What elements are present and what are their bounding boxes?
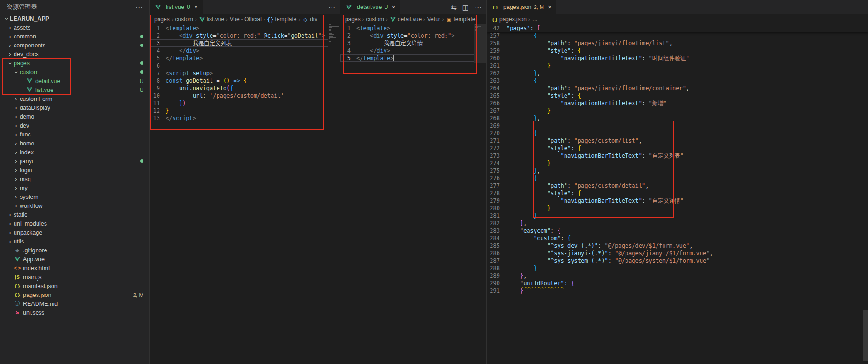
- code-line[interactable]: 9 uni.navigateTo({: [150, 84, 340, 92]
- split-editor-icon[interactable]: ◫: [462, 4, 469, 11]
- code-line[interactable]: 262 },: [487, 69, 868, 77]
- open-changes-icon[interactable]: ⇆: [451, 4, 457, 11]
- code-line[interactable]: 266 "navigationBarTitleText": "新增": [487, 99, 868, 107]
- tree-item-components[interactable]: ›components: [0, 41, 149, 50]
- code-line[interactable]: 42"pages": [: [487, 24, 868, 32]
- code-line[interactable]: 259 "style": {: [487, 47, 868, 54]
- code-line[interactable]: 291 }: [487, 287, 868, 295]
- tree-item-demo[interactable]: ›demo: [0, 112, 149, 121]
- breadcrumb-item-pages[interactable]: pages: [345, 16, 361, 23]
- breadcrumb-item-custom[interactable]: custom: [175, 16, 193, 23]
- tree-item-list.vue[interactable]: ›list.vueU: [0, 85, 149, 94]
- code-line[interactable]: 275 },: [487, 167, 868, 174]
- tree-item-func[interactable]: ›func: [0, 130, 149, 139]
- breadcrumb-item-custom[interactable]: custom: [366, 16, 384, 23]
- code-line[interactable]: 12}: [150, 107, 340, 114]
- breadcrumb-item-template[interactable]: ▣template: [445, 15, 475, 23]
- close-icon[interactable]: ×: [548, 4, 551, 10]
- tree-item-custom[interactable]: ›custom: [0, 68, 149, 76]
- code-line[interactable]: 261 }: [487, 62, 868, 69]
- code-line[interactable]: 289 },: [487, 272, 868, 280]
- tree-item-common[interactable]: ›common: [0, 32, 149, 41]
- tree-item-dev[interactable]: ›dev: [0, 121, 149, 130]
- code-line[interactable]: 274 }: [487, 159, 868, 167]
- code-editor-pages-json[interactable]: 42"pages": [ 257 {258 "path": "pages/jia…: [487, 24, 868, 364]
- code-line[interactable]: 286 "^sys-jianyi-(.*)": "@/pages/jianyi/…: [487, 250, 868, 257]
- code-line[interactable]: 272 "style": {: [487, 144, 868, 152]
- code-line[interactable]: 6: [150, 62, 340, 69]
- code-line[interactable]: 5</template>: [340, 54, 486, 62]
- code-line[interactable]: 8const goDetail = () => {: [150, 77, 340, 84]
- tree-item-jianyi[interactable]: ›jianyi: [0, 157, 149, 166]
- code-line[interactable]: 284 "custom": {: [487, 235, 868, 242]
- breadcrumb-item-list.vue[interactable]: list.vue: [199, 15, 224, 23]
- code-line[interactable]: 3 我是自定义列表: [150, 39, 340, 47]
- tree-item-unpackage[interactable]: ›unpackage: [0, 228, 149, 237]
- tree-item-App.vue[interactable]: ›App.vue: [0, 255, 149, 264]
- breadcrumb-item-div[interactable]: ◇div: [302, 15, 317, 23]
- breadcrumb-item-pages[interactable]: pages: [154, 16, 170, 23]
- tree-item-README.md[interactable]: ›ⓘREADME.md: [0, 299, 149, 308]
- tree-item-my[interactable]: ›my: [0, 183, 149, 192]
- code-line[interactable]: 4 </div>: [150, 47, 340, 54]
- tree-item-.gitignore[interactable]: ›◆.gitignore: [0, 246, 149, 255]
- close-icon[interactable]: ×: [392, 4, 395, 10]
- code-line[interactable]: 10 url: '/pages/custom/detail': [150, 92, 340, 99]
- more-actions-icon[interactable]: ⋯: [475, 4, 482, 11]
- tree-item-uni_modules[interactable]: ›uni_modules: [0, 219, 149, 228]
- tree-item-customForm[interactable]: ›customForm: [0, 94, 149, 103]
- tree-root-learun-app[interactable]: › LEARUN_APP: [0, 14, 149, 23]
- tree-item-login[interactable]: ›login: [0, 166, 149, 174]
- more-actions-icon[interactable]: ⋯: [136, 4, 143, 11]
- tree-item-detail.vue[interactable]: ›detail.vueU: [0, 76, 149, 85]
- breadcrumb-item-Vetur[interactable]: Vetur: [427, 16, 440, 23]
- code-line[interactable]: 276 {: [487, 174, 868, 182]
- breadcrumb-item-[interactable]: …: [532, 16, 538, 23]
- more-actions-icon[interactable]: ⋯: [328, 4, 335, 11]
- tree-item-pages[interactable]: ›pages: [0, 59, 149, 68]
- tree-item-assets[interactable]: ›assets: [0, 23, 149, 32]
- code-line[interactable]: 279 "navigationBarTitleText": "自定义详情": [487, 197, 868, 205]
- tree-item-home[interactable]: ›home: [0, 139, 149, 148]
- code-line[interactable]: 1<template>: [150, 24, 340, 32]
- breadcrumb-item-Vue-Official[interactable]: Vue - Official: [230, 16, 262, 23]
- code-line[interactable]: 277 "path": "pages/custom/detail",: [487, 182, 868, 190]
- code-line[interactable]: 258 "path": "pages/jianyi/flowTime/list"…: [487, 39, 868, 47]
- tree-item-dev_docs[interactable]: ›dev_docs: [0, 50, 149, 59]
- tree-item-utils[interactable]: ›utils: [0, 237, 149, 246]
- code-line[interactable]: 287 "^sys-system-(.*)": "@/pages/system/…: [487, 257, 868, 265]
- code-line[interactable]: 2 <div style="color: red;" @click="goDet…: [150, 32, 340, 39]
- code-line[interactable]: 281 }: [487, 212, 868, 220]
- code-line[interactable]: 257 {: [487, 32, 868, 39]
- code-editor-list-vue[interactable]: 1<template>2 <div style="color: red;" @c…: [150, 24, 340, 364]
- code-line[interactable]: 288 }: [487, 265, 868, 272]
- tree-item-workflow[interactable]: ›workflow: [0, 201, 149, 210]
- code-line[interactable]: 267 }: [487, 107, 868, 114]
- tree-item-index.html[interactable]: ›<>index.html: [0, 264, 149, 273]
- tab-pages-json[interactable]: {}pages.json 2, M ×: [487, 0, 557, 14]
- tree-item-pages.json[interactable]: ›{}pages.json2, M: [0, 290, 149, 299]
- minimap[interactable]: [328, 24, 340, 364]
- code-line[interactable]: 264 "path": "pages/jianyi/flowTime/conta…: [487, 84, 868, 92]
- code-line[interactable]: 290 "uniIdRouter": {: [487, 280, 868, 287]
- tree-item-index[interactable]: ›index: [0, 148, 149, 157]
- code-line[interactable]: 263 {: [487, 77, 868, 84]
- code-line[interactable]: 1<template>: [340, 24, 486, 32]
- tree-item-main.js[interactable]: ›JSmain.js: [0, 273, 149, 281]
- tab-list-vue[interactable]: list.vue U ×: [150, 0, 203, 14]
- minimap[interactable]: [474, 24, 486, 364]
- code-line[interactable]: 280 }: [487, 205, 868, 212]
- code-line[interactable]: 268 },: [487, 114, 868, 122]
- tree-item-system[interactable]: ›system: [0, 192, 149, 201]
- tab-detail-vue[interactable]: detail.vue U ×: [340, 0, 401, 14]
- code-line[interactable]: 4 </div>: [340, 47, 486, 54]
- code-line[interactable]: 3 我是自定义详情: [340, 39, 486, 47]
- scrollbar-thumb[interactable]: [863, 310, 868, 361]
- code-line[interactable]: 270 {: [487, 129, 868, 137]
- close-icon[interactable]: ×: [194, 4, 198, 10]
- code-line[interactable]: 260 "navigationBarTitleText": "时间组件验证": [487, 54, 868, 62]
- tree-item-msg[interactable]: ›msg: [0, 174, 149, 183]
- tree-item-dataDisplay[interactable]: ›dataDisplay: [0, 103, 149, 112]
- code-line[interactable]: 7<script setup>: [150, 69, 340, 77]
- code-line[interactable]: 2 <div style="color: red;">: [340, 32, 486, 39]
